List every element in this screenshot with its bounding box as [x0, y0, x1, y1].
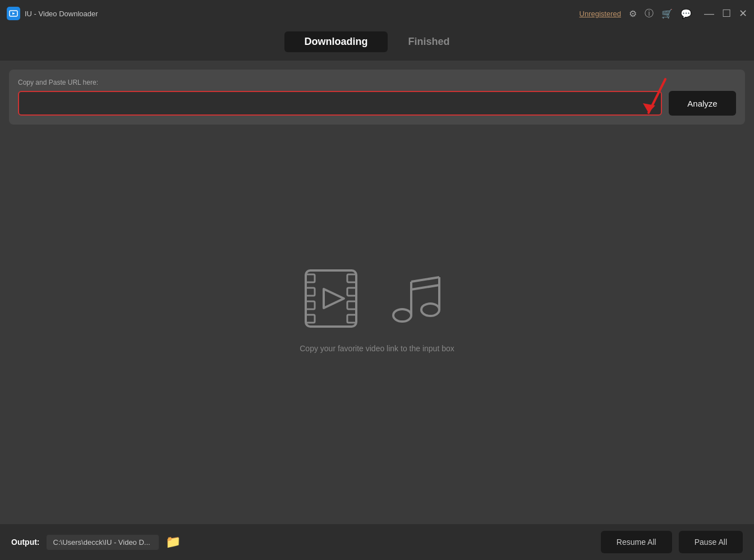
svg-line-19 [411, 285, 439, 290]
info-icon[interactable]: ⓘ [645, 8, 654, 20]
svg-marker-13 [324, 289, 344, 308]
url-row: Analyze [18, 91, 736, 116]
svg-rect-7 [306, 301, 315, 309]
titlebar: IU - Video Downloader Unregistered ⚙ ⓘ 🛒… [0, 0, 754, 27]
window-controls: — ☐ ✕ [704, 7, 747, 20]
tab-finished[interactable]: Finished [388, 31, 470, 52]
svg-rect-4 [306, 270, 356, 327]
cart-icon[interactable]: 🛒 [661, 8, 673, 19]
empty-state: Copy your favorite video link to the inp… [9, 134, 745, 515]
svg-marker-1 [12, 12, 15, 15]
svg-point-14 [393, 309, 411, 322]
app-title: IU - Video Downloader [25, 10, 580, 18]
empty-icons [300, 262, 454, 335]
minimize-button[interactable]: — [704, 8, 714, 20]
output-path: C:\Users\decck\IU - Video D... [47, 535, 159, 550]
svg-line-18 [411, 277, 439, 282]
svg-rect-8 [306, 315, 315, 323]
svg-rect-11 [347, 301, 356, 309]
svg-point-16 [421, 304, 439, 316]
close-button[interactable]: ✕ [739, 7, 747, 20]
music-icon [387, 265, 454, 332]
app-logo [7, 7, 20, 20]
url-input[interactable] [18, 91, 662, 116]
svg-rect-5 [306, 274, 315, 282]
empty-state-text: Copy your favorite video link to the inp… [300, 344, 454, 353]
svg-rect-10 [347, 288, 356, 296]
url-label: Copy and Paste URL here: [18, 79, 736, 86]
settings-icon[interactable]: ⚙ [629, 8, 637, 19]
output-label: Output: [11, 538, 40, 547]
pause-all-button[interactable]: Pause All [679, 531, 743, 553]
resume-all-button[interactable]: Resume All [601, 531, 672, 553]
chat-icon[interactable]: 💬 [681, 8, 692, 19]
folder-button[interactable]: 📁 [165, 535, 181, 549]
film-icon [300, 262, 373, 335]
analyze-button[interactable]: Analyze [669, 91, 736, 116]
unregistered-link[interactable]: Unregistered [580, 10, 621, 18]
tab-downloading[interactable]: Downloading [284, 31, 388, 52]
svg-rect-12 [347, 315, 356, 323]
tabbar: Downloading Finished [0, 27, 754, 61]
titlebar-right: Unregistered ⚙ ⓘ 🛒 💬 — ☐ ✕ [580, 7, 747, 20]
main-content: Copy and Paste URL here: Analyze [0, 61, 754, 524]
bottombar: Output: C:\Users\decck\IU - Video D... 📁… [0, 524, 754, 560]
url-section: Copy and Paste URL here: Analyze [9, 70, 745, 125]
maximize-button[interactable]: ☐ [722, 7, 731, 20]
svg-rect-6 [306, 288, 315, 296]
svg-rect-9 [347, 274, 356, 282]
